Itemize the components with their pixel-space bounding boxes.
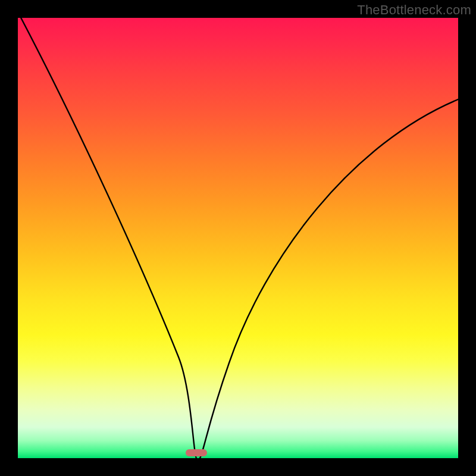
plot-area (18, 18, 458, 458)
curve-right-branch (200, 98, 458, 458)
bottleneck-curve (18, 18, 458, 458)
watermark-text: TheBottleneck.com (357, 2, 471, 18)
curve-left-branch (18, 18, 196, 458)
chart-frame: TheBottleneck.com (0, 0, 476, 476)
minimum-marker (186, 449, 207, 456)
